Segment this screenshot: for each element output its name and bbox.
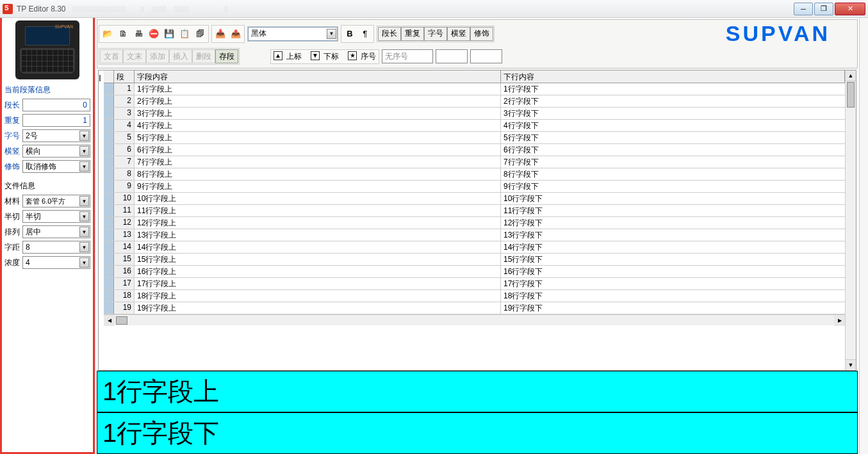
props-icon[interactable]: 🗐 — [192, 26, 208, 42]
row-upper[interactable]: 19行字段上 — [135, 302, 501, 314]
row-selector[interactable] — [104, 217, 114, 229]
print-icon[interactable]: 🖶 — [131, 26, 146, 42]
bold-button[interactable]: B — [342, 26, 357, 42]
ziju-select[interactable]: 8▼ — [22, 241, 90, 254]
row-lower[interactable]: 9行字段下 — [501, 181, 845, 192]
row-selector[interactable] — [104, 83, 114, 95]
row-upper[interactable]: 16行字段上 — [135, 266, 501, 277]
table-row[interactable]: 1414行字段上14行字段下 — [104, 241, 845, 254]
row-lower[interactable]: 6行字段下 — [501, 144, 845, 156]
table-row[interactable]: 1313行字段上13行字段下 — [104, 229, 845, 241]
table-row[interactable]: 99行字段上9行字段下 — [104, 181, 845, 193]
table-row[interactable]: 1717行字段上17行字段下 — [104, 278, 845, 290]
horizontal-scrollbar[interactable]: ◀▶ — [104, 314, 845, 325]
row-lower[interactable]: 4行字段下 — [501, 120, 845, 131]
row-upper[interactable]: 7行字段上 — [135, 156, 501, 168]
row-lower[interactable]: 18行字段下 — [501, 290, 845, 302]
row-upper[interactable]: 1行字段上 — [135, 83, 501, 95]
row-upper[interactable]: 2行字段上 — [135, 95, 501, 107]
row-selector[interactable] — [104, 278, 114, 289]
maximize-button[interactable]: ❐ — [814, 3, 833, 15]
row-lower[interactable]: 13行字段下 — [501, 229, 845, 241]
row-selector[interactable] — [104, 144, 114, 156]
row-lower[interactable]: 16行字段下 — [501, 266, 845, 277]
row-lower[interactable]: 11行字段下 — [501, 205, 845, 216]
table-row[interactable]: 11行字段上1行字段下 — [104, 83, 845, 95]
stop-icon[interactable]: ⛔ — [146, 26, 161, 42]
row-upper[interactable]: 10行字段上 — [135, 193, 501, 204]
row-lower[interactable]: 3行字段下 — [501, 108, 845, 119]
row-lower[interactable]: 5行字段下 — [501, 132, 845, 143]
row-selector[interactable] — [104, 120, 114, 131]
row-upper[interactable]: 12行字段上 — [135, 217, 501, 229]
export-icon[interactable]: 📤 — [228, 26, 243, 42]
table-row[interactable]: 1010行字段上10行字段下 — [104, 193, 845, 205]
row-upper[interactable]: 3行字段上 — [135, 108, 501, 119]
table-row[interactable]: 1919行字段上19行字段下 — [104, 302, 845, 314]
tianjia-button[interactable]: 添加 — [146, 49, 169, 63]
row-upper[interactable]: 5行字段上 — [135, 132, 501, 143]
row-upper[interactable]: 4行字段上 — [135, 120, 501, 131]
row-upper[interactable]: 9行字段上 — [135, 181, 501, 192]
chongfu-input[interactable]: 1 — [22, 114, 90, 127]
duanchang-button[interactable]: 段长 — [378, 27, 401, 41]
banqie-select[interactable]: 半切▼ — [22, 210, 90, 223]
row-upper[interactable]: 14行字段上 — [135, 241, 501, 253]
row-upper[interactable]: 6行字段上 — [135, 144, 501, 156]
sequence-input[interactable]: 无序号 — [382, 49, 433, 63]
paste-icon[interactable]: 📋 — [177, 26, 192, 42]
table-row[interactable]: 44行字段上4行字段下 — [104, 120, 845, 132]
new-icon[interactable]: 🗎 — [115, 26, 131, 42]
table-row[interactable]: 55行字段上5行字段下 — [104, 132, 845, 144]
cailiao-select[interactable]: 套管 6.0平方▼ — [22, 195, 90, 207]
row-lower[interactable]: 15行字段下 — [501, 254, 845, 265]
row-upper[interactable]: 8行字段上 — [135, 168, 501, 180]
row-selector[interactable] — [104, 254, 114, 265]
row-lower[interactable]: 19行字段下 — [501, 302, 845, 314]
table-row[interactable]: 33行字段上3行字段下 — [104, 108, 845, 120]
xiushi-button[interactable]: 修饰 — [470, 27, 493, 41]
row-selector[interactable] — [104, 168, 114, 180]
sup-checkbox[interactable]: ▲ — [274, 51, 283, 60]
row-selector[interactable] — [104, 181, 114, 192]
hengshu-button[interactable]: 横竖 — [447, 27, 470, 41]
duanchang-input[interactable]: 0 — [22, 99, 90, 111]
wenshou-button[interactable]: 文首 — [100, 49, 123, 63]
shanduan-button[interactable]: 删段 — [192, 49, 215, 63]
table-row[interactable]: 66行字段上6行字段下 — [104, 144, 845, 156]
chongfu-button[interactable]: 重复 — [401, 27, 424, 41]
zihao-select[interactable]: 2号▼ — [22, 129, 90, 142]
save-icon[interactable]: 💾 — [161, 26, 177, 42]
row-lower[interactable]: 14行字段下 — [501, 241, 845, 253]
open-icon[interactable]: 📂 — [100, 26, 115, 42]
charu-button[interactable]: 插入 — [169, 49, 192, 63]
font-select[interactable]: 黑体▼ — [248, 27, 338, 41]
row-selector[interactable] — [104, 290, 114, 302]
row-upper[interactable]: 18行字段上 — [135, 290, 501, 302]
row-selector[interactable] — [104, 229, 114, 241]
row-selector[interactable] — [104, 302, 114, 314]
table-row[interactable]: 1515行字段上15行字段下 — [104, 254, 845, 266]
row-selector[interactable] — [104, 95, 114, 107]
sequence-small-1[interactable] — [436, 49, 468, 63]
row-lower[interactable]: 7行字段下 — [501, 156, 845, 168]
row-lower[interactable]: 2行字段下 — [501, 95, 845, 107]
sequence-small-2[interactable] — [470, 49, 502, 63]
row-lower[interactable]: 1行字段下 — [501, 83, 845, 95]
row-selector[interactable] — [104, 241, 114, 253]
table-row[interactable]: 1111行字段上11行字段下 — [104, 205, 845, 217]
cunduan-button[interactable]: 存段 — [215, 49, 238, 63]
table-row[interactable]: 1212行字段上12行字段下 — [104, 217, 845, 229]
row-lower[interactable]: 10行字段下 — [501, 193, 845, 204]
paragraph-button[interactable]: ¶ — [357, 26, 373, 42]
row-upper[interactable]: 15行字段上 — [135, 254, 501, 265]
table-row[interactable]: 88行字段上8行字段下 — [104, 168, 845, 181]
row-selector[interactable] — [104, 108, 114, 119]
sub-checkbox[interactable]: ▼ — [311, 51, 320, 60]
row-upper[interactable]: 11行字段上 — [135, 205, 501, 216]
row-lower[interactable]: 17行字段下 — [501, 278, 845, 289]
row-upper[interactable]: 17行字段上 — [135, 278, 501, 289]
table-row[interactable]: 77行字段上7行字段下 — [104, 156, 845, 168]
vertical-scrollbar[interactable]: ▲▼ — [845, 70, 856, 370]
wenmo-button[interactable]: 文末 — [123, 49, 146, 63]
